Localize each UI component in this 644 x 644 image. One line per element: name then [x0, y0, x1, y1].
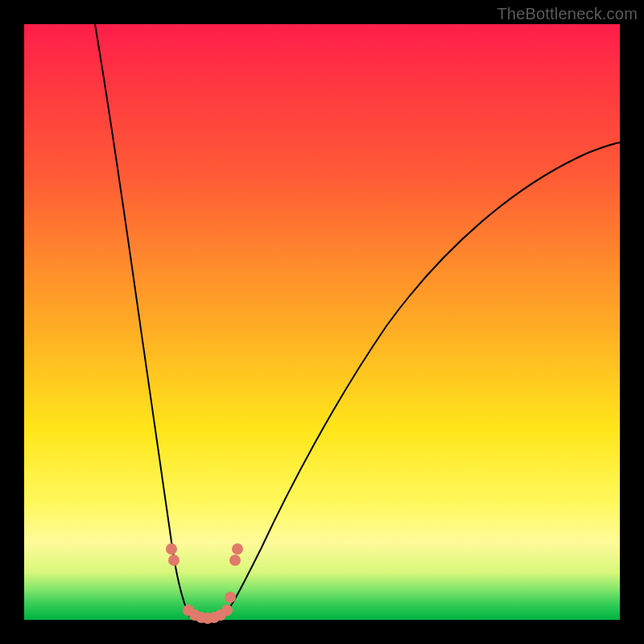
marker-dot: [166, 543, 177, 555]
curve-left: [95, 24, 196, 620]
marker-dot: [225, 592, 236, 603]
marker-dot: [168, 555, 180, 566]
chart-root: TheBottleneck.com: [0, 0, 644, 644]
curve-right: [220, 142, 620, 620]
marker-dot: [221, 605, 233, 616]
marker-dot: [232, 543, 243, 555]
watermark-text: TheBottleneck.com: [497, 5, 638, 23]
curves-layer: [24, 24, 620, 620]
marker-dot: [229, 555, 241, 566]
